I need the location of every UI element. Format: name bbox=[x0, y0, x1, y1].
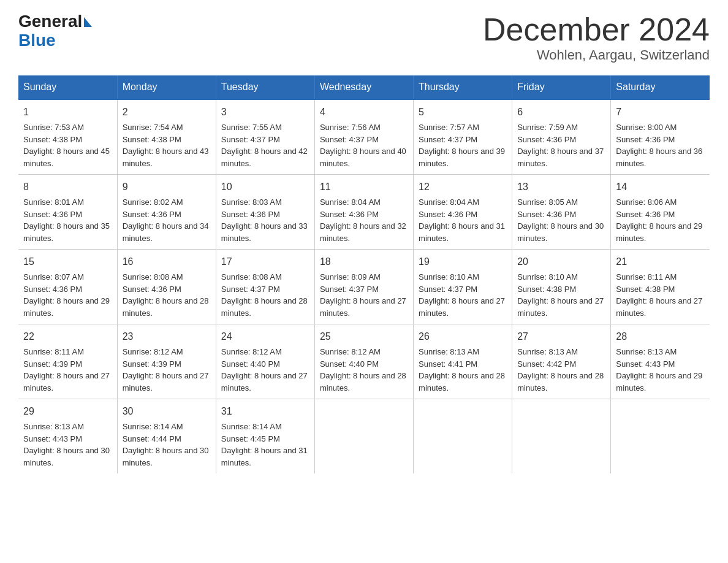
day-number: 30 bbox=[123, 404, 211, 419]
day-info: Sunrise: 8:13 AMSunset: 4:43 PMDaylight:… bbox=[616, 346, 705, 394]
day-info: Sunrise: 7:56 AMSunset: 4:37 PMDaylight:… bbox=[320, 121, 408, 169]
day-info: Sunrise: 7:57 AMSunset: 4:37 PMDaylight:… bbox=[419, 121, 507, 169]
day-number: 25 bbox=[320, 329, 408, 344]
day-cell: 21Sunrise: 8:11 AMSunset: 4:38 PMDayligh… bbox=[611, 250, 710, 324]
day-number: 7 bbox=[616, 105, 705, 120]
day-cell: 4Sunrise: 7:56 AMSunset: 4:37 PMDaylight… bbox=[314, 99, 413, 175]
day-number: 23 bbox=[123, 329, 211, 344]
day-info: Sunrise: 8:09 AMSunset: 4:37 PMDaylight:… bbox=[320, 271, 408, 319]
day-number: 8 bbox=[23, 180, 112, 194]
day-info: Sunrise: 8:08 AMSunset: 4:37 PMDaylight:… bbox=[221, 271, 309, 319]
logo-arrow-icon bbox=[84, 17, 92, 27]
logo: General Blue bbox=[18, 12, 92, 50]
day-cell: 27Sunrise: 8:13 AMSunset: 4:42 PMDayligh… bbox=[512, 324, 611, 399]
day-number: 11 bbox=[320, 180, 408, 194]
day-cell: 16Sunrise: 8:08 AMSunset: 4:36 PMDayligh… bbox=[117, 250, 216, 324]
day-info: Sunrise: 8:03 AMSunset: 4:36 PMDaylight:… bbox=[221, 196, 309, 244]
day-info: Sunrise: 8:06 AMSunset: 4:36 PMDaylight:… bbox=[616, 196, 705, 244]
day-number: 28 bbox=[616, 329, 705, 344]
page-header: General Blue December 2024 Wohlen, Aarga… bbox=[18, 12, 710, 63]
day-cell: 6Sunrise: 7:59 AMSunset: 4:36 PMDaylight… bbox=[512, 99, 611, 175]
day-number: 29 bbox=[23, 404, 112, 419]
day-cell: 22Sunrise: 8:11 AMSunset: 4:39 PMDayligh… bbox=[18, 324, 117, 399]
week-row-3: 15Sunrise: 8:07 AMSunset: 4:36 PMDayligh… bbox=[18, 250, 710, 324]
day-cell: 28Sunrise: 8:13 AMSunset: 4:43 PMDayligh… bbox=[611, 324, 710, 399]
day-cell bbox=[414, 399, 512, 474]
day-info: Sunrise: 8:13 AMSunset: 4:41 PMDaylight:… bbox=[419, 346, 507, 394]
day-cell: 5Sunrise: 7:57 AMSunset: 4:37 PMDaylight… bbox=[414, 99, 512, 175]
day-info: Sunrise: 8:12 AMSunset: 4:39 PMDaylight:… bbox=[123, 346, 211, 394]
logo-text-blue: Blue bbox=[18, 31, 92, 50]
day-info: Sunrise: 8:13 AMSunset: 4:43 PMDaylight:… bbox=[23, 421, 112, 469]
day-number: 3 bbox=[221, 105, 309, 120]
day-info: Sunrise: 8:14 AMSunset: 4:44 PMDaylight:… bbox=[123, 421, 211, 469]
calendar-header-row: SundayMondayTuesdayWednesdayThursdayFrid… bbox=[18, 75, 710, 99]
day-cell: 23Sunrise: 8:12 AMSunset: 4:39 PMDayligh… bbox=[117, 324, 216, 399]
day-number: 12 bbox=[419, 180, 507, 194]
header-tuesday: Tuesday bbox=[216, 75, 314, 99]
day-info: Sunrise: 8:07 AMSunset: 4:36 PMDaylight:… bbox=[23, 271, 112, 319]
day-info: Sunrise: 8:02 AMSunset: 4:36 PMDaylight:… bbox=[123, 196, 211, 244]
title-area: December 2024 Wohlen, Aargau, Switzerlan… bbox=[483, 12, 710, 63]
day-number: 13 bbox=[517, 180, 605, 194]
day-info: Sunrise: 7:55 AMSunset: 4:37 PMDaylight:… bbox=[221, 121, 309, 169]
day-cell: 17Sunrise: 8:08 AMSunset: 4:37 PMDayligh… bbox=[216, 250, 314, 324]
day-number: 24 bbox=[221, 329, 309, 344]
day-info: Sunrise: 8:12 AMSunset: 4:40 PMDaylight:… bbox=[221, 346, 309, 394]
day-cell: 30Sunrise: 8:14 AMSunset: 4:44 PMDayligh… bbox=[117, 399, 216, 474]
day-info: Sunrise: 8:13 AMSunset: 4:42 PMDaylight:… bbox=[517, 346, 605, 394]
day-number: 4 bbox=[320, 105, 408, 120]
day-info: Sunrise: 8:05 AMSunset: 4:36 PMDaylight:… bbox=[517, 196, 605, 244]
day-number: 19 bbox=[419, 255, 507, 269]
day-cell: 14Sunrise: 8:06 AMSunset: 4:36 PMDayligh… bbox=[611, 175, 710, 250]
day-cell: 9Sunrise: 8:02 AMSunset: 4:36 PMDaylight… bbox=[117, 175, 216, 250]
day-info: Sunrise: 8:08 AMSunset: 4:36 PMDaylight:… bbox=[123, 271, 211, 319]
week-row-2: 8Sunrise: 8:01 AMSunset: 4:36 PMDaylight… bbox=[18, 175, 710, 250]
day-info: Sunrise: 8:00 AMSunset: 4:36 PMDaylight:… bbox=[616, 121, 705, 169]
day-cell bbox=[611, 399, 710, 474]
day-number: 26 bbox=[419, 329, 507, 344]
day-cell: 24Sunrise: 8:12 AMSunset: 4:40 PMDayligh… bbox=[216, 324, 314, 399]
header-sunday: Sunday bbox=[18, 75, 117, 99]
day-number: 14 bbox=[616, 180, 705, 194]
day-number: 16 bbox=[123, 255, 211, 269]
day-info: Sunrise: 8:11 AMSunset: 4:38 PMDaylight:… bbox=[616, 271, 705, 319]
day-cell: 18Sunrise: 8:09 AMSunset: 4:37 PMDayligh… bbox=[314, 250, 413, 324]
day-info: Sunrise: 8:10 AMSunset: 4:38 PMDaylight:… bbox=[517, 271, 605, 319]
day-cell: 31Sunrise: 8:14 AMSunset: 4:45 PMDayligh… bbox=[216, 399, 314, 474]
day-number: 18 bbox=[320, 255, 408, 269]
day-number: 22 bbox=[23, 329, 112, 344]
header-friday: Friday bbox=[512, 75, 611, 99]
day-info: Sunrise: 7:54 AMSunset: 4:38 PMDaylight:… bbox=[123, 121, 211, 169]
day-info: Sunrise: 8:11 AMSunset: 4:39 PMDaylight:… bbox=[23, 346, 112, 394]
day-number: 1 bbox=[23, 105, 112, 120]
day-cell: 29Sunrise: 8:13 AMSunset: 4:43 PMDayligh… bbox=[18, 399, 117, 474]
day-number: 10 bbox=[221, 180, 309, 194]
day-number: 20 bbox=[517, 255, 605, 269]
day-cell: 2Sunrise: 7:54 AMSunset: 4:38 PMDaylight… bbox=[117, 99, 216, 175]
day-cell: 8Sunrise: 8:01 AMSunset: 4:36 PMDaylight… bbox=[18, 175, 117, 250]
day-cell: 26Sunrise: 8:13 AMSunset: 4:41 PMDayligh… bbox=[414, 324, 512, 399]
calendar-table: SundayMondayTuesdayWednesdayThursdayFrid… bbox=[18, 75, 710, 473]
day-number: 15 bbox=[23, 255, 112, 269]
day-cell: 15Sunrise: 8:07 AMSunset: 4:36 PMDayligh… bbox=[18, 250, 117, 324]
week-row-4: 22Sunrise: 8:11 AMSunset: 4:39 PMDayligh… bbox=[18, 324, 710, 399]
day-number: 2 bbox=[123, 105, 211, 120]
day-info: Sunrise: 8:10 AMSunset: 4:37 PMDaylight:… bbox=[419, 271, 507, 319]
day-cell: 20Sunrise: 8:10 AMSunset: 4:38 PMDayligh… bbox=[512, 250, 611, 324]
day-info: Sunrise: 7:59 AMSunset: 4:36 PMDaylight:… bbox=[517, 121, 605, 169]
header-monday: Monday bbox=[117, 75, 216, 99]
day-cell: 3Sunrise: 7:55 AMSunset: 4:37 PMDaylight… bbox=[216, 99, 314, 175]
header-wednesday: Wednesday bbox=[314, 75, 413, 99]
day-cell bbox=[314, 399, 413, 474]
day-cell: 25Sunrise: 8:12 AMSunset: 4:40 PMDayligh… bbox=[314, 324, 413, 399]
day-info: Sunrise: 8:04 AMSunset: 4:36 PMDaylight:… bbox=[419, 196, 507, 244]
page-title: December 2024 bbox=[483, 12, 710, 47]
day-number: 17 bbox=[221, 255, 309, 269]
day-cell: 19Sunrise: 8:10 AMSunset: 4:37 PMDayligh… bbox=[414, 250, 512, 324]
day-number: 21 bbox=[616, 255, 705, 269]
header-thursday: Thursday bbox=[414, 75, 512, 99]
page-subtitle: Wohlen, Aargau, Switzerland bbox=[483, 47, 710, 63]
day-info: Sunrise: 7:53 AMSunset: 4:38 PMDaylight:… bbox=[23, 121, 112, 169]
day-cell bbox=[512, 399, 611, 474]
